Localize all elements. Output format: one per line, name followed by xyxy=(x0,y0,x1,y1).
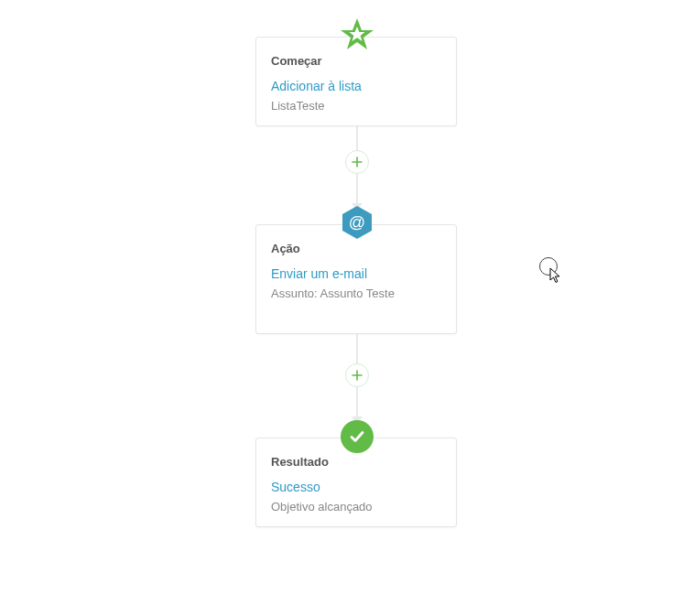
node-header: Ação xyxy=(271,242,441,255)
node-header: Começar xyxy=(271,54,441,68)
plus-icon xyxy=(352,370,363,381)
email-icon: @ xyxy=(339,204,375,241)
node-title: Enviar um e-mail xyxy=(271,266,441,281)
node-subtitle: Objetivo alcançado xyxy=(271,500,441,513)
node-subtitle: ListaTeste xyxy=(271,99,441,113)
connector-line xyxy=(356,334,358,365)
check-icon xyxy=(341,420,374,453)
node-title: Adicionar à lista xyxy=(271,79,441,93)
add-step-button[interactable] xyxy=(345,363,369,387)
workflow-canvas: Começar Adicionar à lista ListaTeste Açã… xyxy=(0,0,694,616)
node-title: Sucesso xyxy=(271,480,441,494)
plus-icon xyxy=(352,157,363,168)
cursor-icon xyxy=(539,257,559,283)
connector-line xyxy=(356,126,358,153)
star-icon xyxy=(339,16,375,53)
node-subtitle: Assunto: Assunto Teste xyxy=(271,286,441,300)
add-step-button[interactable] xyxy=(345,150,369,174)
svg-text:@: @ xyxy=(349,213,365,232)
node-header: Resultado xyxy=(271,455,441,469)
